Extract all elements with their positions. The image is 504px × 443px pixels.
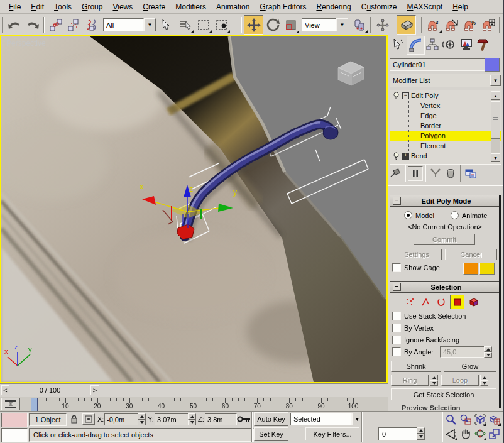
- get-stack-selection-button[interactable]: Get Stack Selection: [391, 388, 496, 400]
- ignore-backfacing-checkbox[interactable]: Ignore Backfacing: [392, 336, 459, 344]
- selection-set-dropdown[interactable]: Selected ▼: [290, 413, 363, 425]
- tab-modify[interactable]: [407, 36, 425, 55]
- menu-edit[interactable]: Edit: [26, 1, 49, 13]
- collapse-icon[interactable]: −: [402, 92, 409, 99]
- remove-modifier-button[interactable]: [443, 167, 458, 180]
- by-angle-field[interactable]: 45,0: [440, 346, 486, 358]
- shrink-button[interactable]: Shrink: [391, 361, 441, 372]
- configure-modifier-sets-button[interactable]: [463, 167, 478, 180]
- angle-snap-toggle-button[interactable]: [442, 16, 461, 34]
- show-cage-checkbox[interactable]: Show Cage: [392, 263, 440, 272]
- menu-group[interactable]: Group: [77, 1, 107, 13]
- stack-item-edit-poly[interactable]: −Edit Poly: [390, 90, 501, 101]
- animate-radio[interactable]: Animate: [451, 211, 487, 219]
- time-slider-track[interactable]: < 0 / 100 >: [0, 384, 388, 397]
- grow-button[interactable]: Grow: [444, 361, 496, 372]
- menu-maxscript[interactable]: MAXScript: [402, 1, 448, 13]
- y-coordinate-field[interactable]: 3,07m: [155, 413, 190, 425]
- viewport-canvas[interactable]: x y z x z y: [1, 36, 386, 382]
- redo-button[interactable]: [23, 16, 41, 34]
- bulb-icon[interactable]: [393, 92, 400, 100]
- show-end-result-button[interactable]: [408, 166, 423, 181]
- bulb-icon[interactable]: [393, 152, 400, 160]
- menu-help[interactable]: Help: [447, 1, 473, 13]
- pin-stack-button[interactable]: [388, 167, 403, 180]
- menu-customize[interactable]: Customize: [356, 1, 402, 13]
- percent-snap-toggle-button[interactable]: %: [461, 16, 479, 34]
- by-vertex-checkbox[interactable]: By Vertex: [392, 324, 434, 332]
- menu-animation[interactable]: Animation: [211, 1, 255, 13]
- arc-rotate-button[interactable]: [473, 427, 487, 441]
- by-angle-spinner[interactable]: [484, 346, 492, 358]
- polygon-subobject-button[interactable]: [450, 295, 464, 309]
- stack-item-vertex[interactable]: Vertex: [390, 101, 501, 111]
- stack-item-bend[interactable]: +Bend: [390, 151, 501, 161]
- tab-create[interactable]: [390, 36, 407, 53]
- y-spinner[interactable]: [188, 413, 196, 425]
- collapse-icon[interactable]: −: [393, 283, 401, 291]
- selection-rollout-header[interactable]: − Selection: [390, 281, 501, 293]
- menu-rendering[interactable]: Rendering: [311, 1, 356, 13]
- snaps-toggle-3d-button[interactable]: 3: [424, 16, 442, 34]
- loop-spinner[interactable]: [480, 375, 488, 386]
- window-crossing-toggle-button[interactable]: [212, 16, 231, 34]
- modifier-list-dropdown[interactable]: Modifier List ▼: [390, 74, 501, 87]
- field-of-view-button[interactable]: [444, 427, 458, 441]
- make-unique-button[interactable]: [428, 167, 443, 180]
- select-and-scale-button[interactable]: [282, 16, 300, 34]
- model-radio[interactable]: Model: [404, 211, 434, 219]
- object-color-swatch[interactable]: [485, 58, 500, 72]
- modifier-stack[interactable]: −Edit PolyVertexEdgeBorderPolygonElement…: [390, 90, 501, 165]
- element-subobject-button[interactable]: [467, 295, 480, 309]
- keyboard-shortcut-override-toggle[interactable]: [397, 15, 416, 35]
- z-coordinate-field[interactable]: 3,8m: [205, 413, 237, 425]
- ring-spinner[interactable]: [430, 375, 438, 386]
- go-to-start-button[interactable]: [364, 440, 378, 443]
- set-key-button[interactable]: Set Key: [254, 427, 288, 441]
- selection-lock-toggle[interactable]: [68, 413, 80, 425]
- menu-file[interactable]: File: [4, 1, 26, 13]
- commit-button[interactable]: Commit: [414, 234, 475, 245]
- menu-views[interactable]: Views: [107, 1, 138, 13]
- tab-display[interactable]: [457, 36, 474, 53]
- current-frame-field[interactable]: 0: [378, 427, 420, 440]
- dropdown-arrow-icon[interactable]: ▼: [336, 18, 348, 31]
- collapse-icon[interactable]: −: [393, 197, 401, 205]
- select-and-move-button[interactable]: [244, 15, 263, 35]
- reference-coordinate-system-dropdown[interactable]: View ▼: [302, 18, 348, 31]
- stack-scroll-down[interactable]: ▼: [491, 153, 500, 162]
- pan-hand-button[interactable]: [458, 427, 473, 441]
- unlink-selection-button[interactable]: [65, 16, 83, 34]
- selection-filter-dropdown[interactable]: All ▼: [103, 18, 156, 31]
- select-by-name-button[interactable]: [176, 16, 194, 34]
- stack-item-polygon[interactable]: Polygon: [390, 131, 501, 141]
- x-coordinate-field[interactable]: -0,0m: [104, 413, 140, 425]
- min-max-viewport-toggle-button[interactable]: [487, 427, 501, 441]
- menu-graph-editors[interactable]: Graph Editors: [255, 1, 311, 13]
- object-name-field[interactable]: Cylinder01: [390, 58, 485, 71]
- cancel-button[interactable]: Cancel: [445, 249, 497, 260]
- cage-color-swatch[interactable]: [463, 263, 478, 275]
- time-slider-handle[interactable]: 0 / 100: [11, 385, 89, 395]
- expand-icon[interactable]: +: [402, 153, 409, 160]
- bind-to-space-warp-button[interactable]: [83, 16, 101, 34]
- select-and-rotate-button[interactable]: [263, 16, 282, 34]
- tab-utilities[interactable]: [474, 36, 491, 53]
- time-slider-prev-button[interactable]: <: [1, 385, 9, 395]
- edge-subobject-button[interactable]: [419, 295, 432, 309]
- loop-button[interactable]: Loop: [441, 375, 479, 386]
- menu-create[interactable]: Create: [138, 1, 170, 13]
- viewport-perspective[interactable]: x y z x z y Perspective: [0, 35, 388, 383]
- stack-scroll-thumb[interactable]: [491, 101, 500, 139]
- absolute-mode-transform-type-in[interactable]: [82, 413, 95, 425]
- undo-button[interactable]: [5, 16, 23, 34]
- settings-button[interactable]: Settings: [392, 249, 442, 260]
- spinner-snap-toggle-button[interactable]: [479, 16, 497, 34]
- open-mini-curve-editor-button[interactable]: [1, 398, 20, 410]
- zoom-extents-button[interactable]: [473, 412, 487, 427]
- auto-key-button[interactable]: Auto Key: [254, 412, 288, 426]
- time-slider-frame-indicator[interactable]: [31, 398, 38, 412]
- select-and-manipulate-button[interactable]: [373, 16, 392, 34]
- edit-poly-mode-rollout-header[interactable]: − Edit Poly Mode: [390, 195, 501, 207]
- panel-scrollbar[interactable]: [499, 195, 501, 408]
